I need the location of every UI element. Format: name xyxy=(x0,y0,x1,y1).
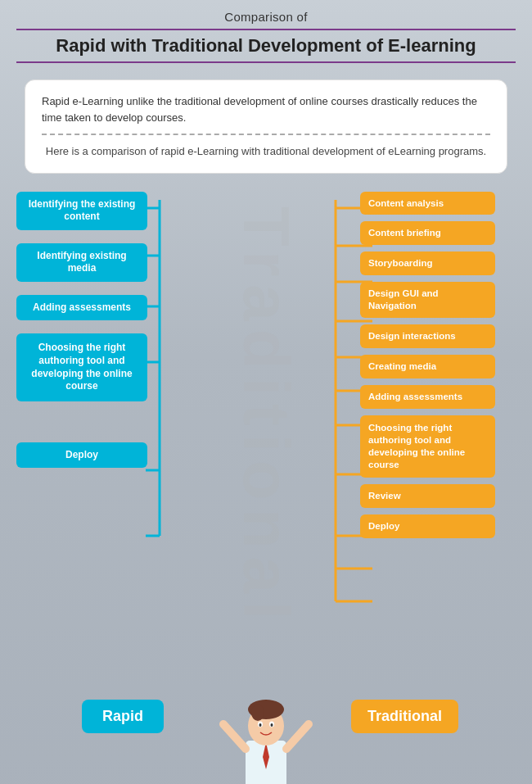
traditional-label: Traditional xyxy=(351,700,458,733)
comparison-area: Traditional xyxy=(0,184,532,650)
traditional-side: Content analysis Content briefing Storyb… xyxy=(360,184,524,545)
rapid-item-1: Identifying the existing content xyxy=(16,192,147,230)
rapid-item-3: Adding assessments xyxy=(16,295,147,321)
rapid-label: Rapid xyxy=(82,700,164,733)
svg-point-23 xyxy=(251,705,264,721)
traditional-item-4: Design GUI and Navigation xyxy=(360,282,495,318)
info-divider xyxy=(42,134,490,135)
header-title: Rapid with Traditional Development of E-… xyxy=(16,29,516,63)
traditional-item-2: Content briefing xyxy=(360,221,495,245)
rapid-item-4: Choosing the right authoring tool and de… xyxy=(16,333,147,401)
svg-point-27 xyxy=(271,723,273,727)
traditional-item-6: Creating media xyxy=(360,355,495,378)
rapid-item-2: Identifying existing media xyxy=(16,243,147,282)
svg-line-29 xyxy=(286,724,309,749)
page-wrapper: Comparison of Rapid with Traditional Dev… xyxy=(0,0,532,784)
traditional-item-1: Content analysis xyxy=(360,192,495,215)
rapid-item-5: Deploy xyxy=(16,442,147,469)
bottom-section: Rapid Traditional xyxy=(0,650,532,785)
info-box: Rapid e-Learning unlike the traditional … xyxy=(25,79,507,174)
rapid-side: Identifying the existing content Identif… xyxy=(16,184,180,480)
traditional-item-9: Review xyxy=(360,484,495,508)
header-subtitle: Comparison of xyxy=(16,10,516,24)
info-text-2: Here is a comparison of rapid e-Learning… xyxy=(42,143,490,160)
traditional-item-10: Deploy xyxy=(360,514,495,538)
header: Comparison of Rapid with Traditional Dev… xyxy=(0,0,532,70)
traditional-item-7: Adding assessments xyxy=(360,385,495,409)
traditional-item-8: Choosing the right authoring tool and de… xyxy=(360,415,495,478)
traditional-item-5: Design interactions xyxy=(360,324,495,348)
watermark: Traditional xyxy=(228,206,304,628)
svg-point-26 xyxy=(259,723,262,727)
character-figure xyxy=(209,667,323,785)
traditional-item-3: Storyboarding xyxy=(360,252,495,275)
svg-line-28 xyxy=(223,724,246,749)
info-text-1: Rapid e-Learning unlike the traditional … xyxy=(42,93,490,125)
